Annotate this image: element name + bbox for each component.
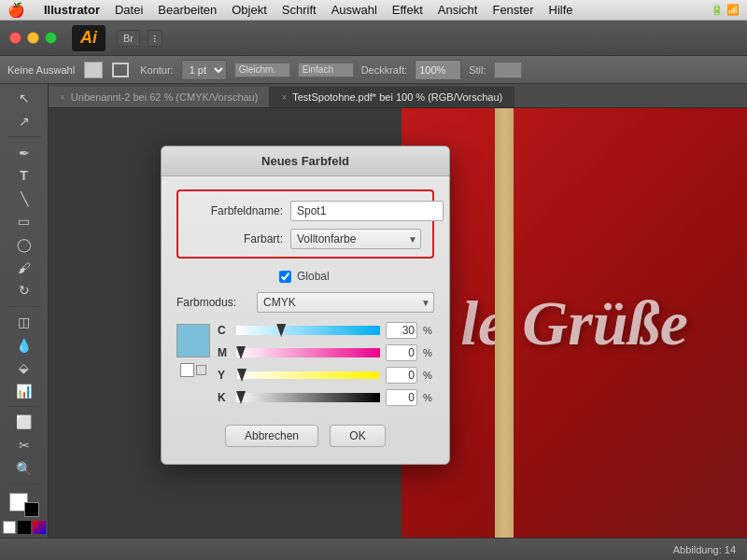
preview-icon-stroke[interactable]	[196, 365, 206, 375]
slider-c-row: C %	[218, 322, 434, 339]
farbmodus-select-wrapper: CMYK RGB HSB Lab Graustufen ▼	[257, 292, 434, 313]
stil-swatch	[494, 62, 522, 78]
farbmodus-row: Farbmodus: CMYK RGB HSB Lab Graustufen ▼	[176, 292, 434, 313]
eyedropper-tool[interactable]: 💧	[12, 334, 36, 356]
type-tool[interactable]: T	[12, 165, 36, 187]
stroke-color-box[interactable]	[24, 502, 39, 517]
rotate-tool[interactable]: ↻	[12, 280, 36, 301]
stroke-style: Gleichm.	[234, 63, 290, 77]
menu-fenster[interactable]: Fenster	[492, 3, 533, 17]
preview-icon-fill[interactable]	[180, 363, 194, 377]
tab-close-1[interactable]: ×	[281, 92, 287, 103]
farbart-select[interactable]: Volltonfarbe Prozessfarbe	[290, 229, 421, 249]
stil-label: Stil:	[469, 64, 486, 76]
zoom-tool[interactable]: 🔍	[12, 457, 36, 479]
slider-c-value[interactable]	[386, 322, 417, 339]
global-label: Global	[297, 270, 330, 283]
slider-c-percent: %	[423, 325, 434, 336]
chart-tool[interactable]: 📊	[12, 381, 36, 402]
slider-y-input[interactable]	[236, 371, 380, 380]
menu-bearbeiten[interactable]: Bearbeiten	[158, 3, 217, 17]
rect-tool[interactable]: ▭	[12, 211, 36, 232]
arrange-button[interactable]: ⫶	[148, 30, 162, 47]
color-gradient[interactable]	[33, 521, 46, 534]
bridge-button[interactable]: Br	[117, 30, 140, 47]
slider-m-input[interactable]	[236, 348, 380, 357]
menu-datei[interactable]: Datei	[115, 3, 143, 17]
slider-k-input[interactable]	[236, 393, 380, 402]
field-section: Farbfeldname: Farbart: Volltonfarbe Proz…	[176, 189, 434, 259]
slider-c-input[interactable]	[236, 326, 380, 335]
canvas-area: le Grüße Neues Farbfeld Farbfeldname:	[49, 108, 747, 538]
system-icons: 🔋 📶	[711, 4, 740, 16]
farbmodus-label: Farbmodus:	[176, 296, 249, 309]
close-button[interactable]	[9, 32, 21, 44]
select-tool[interactable]: ↖	[12, 88, 36, 109]
kontur-label: Kontur:	[140, 64, 173, 76]
line-tool[interactable]: ╲	[12, 189, 36, 210]
gradient-tool[interactable]: ◫	[12, 312, 36, 333]
canvas-container: × Unbenannt-2 bei 62 % (CMYK/Vorschau) ×…	[49, 84, 747, 538]
tab-1[interactable]: × TestSpotohne.pdf* bei 100 % (RGB/Vorsc…	[270, 87, 514, 107]
stroke-type: Einfach	[298, 63, 354, 77]
farbart-row: Farbart: Volltonfarbe Prozessfarbe ▼	[190, 229, 421, 249]
ok-button[interactable]: OK	[330, 425, 386, 447]
blend-tool[interactable]: ⬙	[12, 357, 36, 379]
apple-menu[interactable]: 🍎	[7, 2, 25, 19]
slider-k-row: K %	[218, 389, 434, 406]
tab-label-1: TestSpotohne.pdf* bei 100 % (RGB/Vorscha…	[292, 91, 502, 103]
menubar: 🍎 Illustrator Datei Bearbeiten Objekt Sc…	[0, 0, 747, 21]
tool-divider-3	[7, 406, 41, 407]
global-checkbox-row: Global	[279, 270, 434, 283]
slider-y-percent: %	[423, 370, 434, 381]
tool-divider-4	[7, 483, 41, 484]
farbmodus-select[interactable]: CMYK RGB HSB Lab Graustufen	[257, 292, 434, 313]
tab-close-0[interactable]: ×	[60, 92, 65, 103]
tool-divider-1	[7, 136, 41, 137]
slider-y-value[interactable]	[386, 367, 417, 384]
fill-swatch[interactable]	[84, 62, 103, 78]
slider-m-value[interactable]	[386, 344, 417, 361]
slider-m-letter: M	[218, 346, 231, 359]
menu-objekt[interactable]: Objekt	[232, 3, 267, 17]
slice-tool[interactable]: ✂	[12, 435, 36, 456]
maximize-button[interactable]	[45, 32, 57, 44]
sliders-area: C % M %	[218, 322, 434, 412]
menu-schrift[interactable]: Schrift	[282, 3, 317, 17]
tab-bar: × Unbenannt-2 bei 62 % (CMYK/Vorschau) ×…	[49, 84, 747, 108]
menu-effekt[interactable]: Effekt	[392, 3, 423, 17]
dialog-overlay: Neues Farbfeld Farbfeldname: Farbart:	[49, 108, 747, 538]
color-preview	[176, 322, 210, 412]
minimize-button[interactable]	[27, 32, 39, 44]
tab-0[interactable]: × Unbenannt-2 bei 62 % (CMYK/Vorschau)	[49, 87, 270, 107]
stroke-swatch[interactable]	[112, 63, 129, 77]
farbart-select-wrapper: Volltonfarbe Prozessfarbe ▼	[290, 229, 421, 249]
main-area: ↖ ↗ ✒ T ╲ ▭ ◯ 🖌 ↻ ◫ 💧 ⬙ 📊 ⬜ ✂ 🔍	[0, 84, 747, 538]
global-checkbox[interactable]	[279, 271, 291, 283]
statusbar-text: Abbildung: 14	[673, 544, 736, 555]
pen-tool[interactable]: ✒	[12, 142, 36, 163]
deckkraft-input[interactable]	[415, 60, 461, 80]
titlebar: Ai Br ⫶	[0, 21, 747, 56]
keine-auswahl-label: Keine Auswahl	[7, 64, 75, 76]
menu-ansicht[interactable]: Ansicht	[438, 3, 478, 17]
kontur-select[interactable]: 1 pt	[181, 60, 227, 80]
brush-tool[interactable]: 🖌	[12, 257, 36, 278]
ellipse-tool[interactable]: ◯	[12, 234, 36, 256]
options-bar: Keine Auswahl Kontur: 1 pt Gleichm. Einf…	[0, 56, 747, 84]
fill-none[interactable]	[3, 521, 16, 534]
slider-k-value[interactable]	[386, 389, 417, 406]
fill-black[interactable]	[18, 521, 31, 534]
menu-hilfe[interactable]: Hilfe	[549, 3, 573, 17]
menu-auswahl[interactable]: Auswahl	[331, 3, 377, 17]
artboard-tool[interactable]: ⬜	[12, 412, 36, 433]
deckkraft-label: Deckkraft:	[361, 64, 408, 76]
cancel-button[interactable]: Abbrechen	[225, 425, 318, 447]
menu-illustrator[interactable]: Illustrator	[44, 3, 100, 17]
farbfeldname-input[interactable]	[290, 201, 444, 221]
tool-divider-2	[7, 306, 41, 307]
dialog-body: Farbfeldname: Farbart: Volltonfarbe Proz…	[162, 176, 449, 464]
tab-label-0: Unbenannt-2 bei 62 % (CMYK/Vorschau)	[71, 91, 259, 103]
direct-select-tool[interactable]: ↗	[12, 111, 36, 133]
farbfeldname-label: Farbfeldname:	[190, 204, 283, 217]
